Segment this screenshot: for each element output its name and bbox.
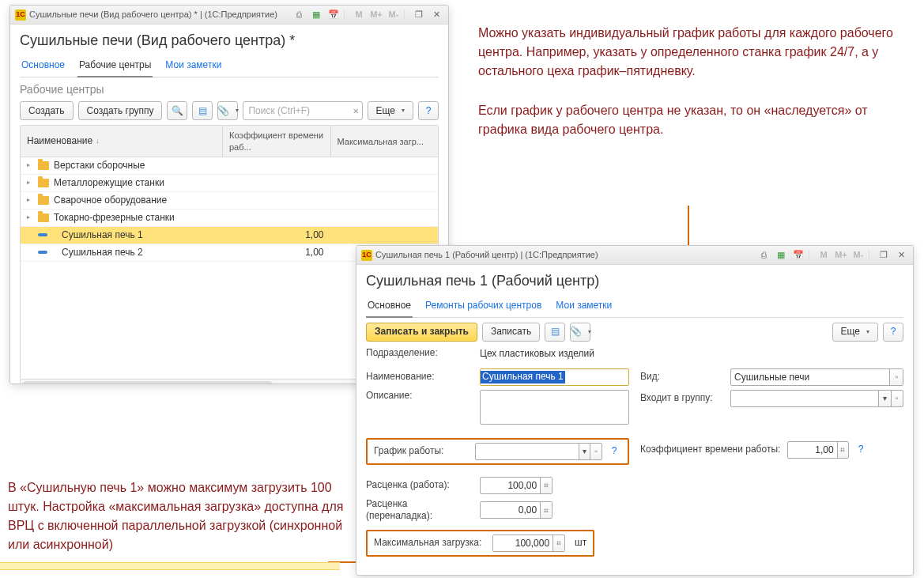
- row-rate-work: Расценка (работа): ⌗: [366, 477, 903, 494]
- tab-main[interactable]: Основное: [20, 56, 66, 77]
- row-coef: Коэффициент времени работы: ⌗ ?: [640, 441, 903, 459]
- separator: [869, 250, 873, 261]
- calendar-icon[interactable]: 📅: [791, 249, 805, 262]
- table-row[interactable]: ▸Токарно-фрезерные станки: [21, 210, 438, 227]
- grid-icon[interactable]: ▦: [774, 249, 788, 262]
- attach-icon[interactable]: 📎: [570, 323, 590, 342]
- field-group[interactable]: ▾ ▫: [730, 390, 903, 407]
- calculator-icon[interactable]: ⌗: [540, 502, 552, 518]
- open-icon[interactable]: ▫: [889, 369, 903, 385]
- row-name: Сварочное оборудование: [54, 195, 167, 207]
- table-row[interactable]: ▸Металлорежущие станки: [21, 175, 438, 192]
- window-title: Сушильные печи (Вид рабочего центра) * |…: [29, 9, 289, 20]
- row-coef: 1,00: [227, 247, 329, 259]
- form-toolbar: Записать и закрыть Записать ▤ 📎 Еще ?: [366, 323, 903, 342]
- row-name: Наименование: Сушильная печь 1: [366, 368, 629, 386]
- list-icon[interactable]: ▤: [192, 101, 213, 120]
- tab-centers[interactable]: Рабочие центры: [77, 56, 153, 78]
- field-desc[interactable]: [480, 390, 629, 425]
- clear-search-icon[interactable]: ✕: [353, 106, 359, 116]
- help-coef[interactable]: ?: [854, 441, 868, 459]
- titlebar[interactable]: 1C Сушильная печь 1 (Рабочий центр) | (1…: [356, 246, 913, 265]
- field-name[interactable]: Сушильная печь 1: [480, 368, 629, 386]
- table-row[interactable]: ▸Верстаки сборочные: [21, 157, 438, 175]
- scrollbar-thumb[interactable]: [22, 381, 273, 384]
- create-button[interactable]: Создать: [20, 101, 74, 120]
- titlebar[interactable]: 1C Сушильные печи (Вид рабочего центра) …: [10, 6, 448, 25]
- calculator-icon[interactable]: ⌗: [837, 442, 848, 458]
- table-row[interactable]: Сушильная печь 11,00: [21, 227, 438, 244]
- help-icon[interactable]: ?: [418, 101, 439, 120]
- col-coef[interactable]: Коэффициент времени раб...: [222, 126, 330, 157]
- print-icon[interactable]: ⎙: [292, 9, 306, 21]
- m-button[interactable]: M: [352, 9, 366, 21]
- folder-icon: [38, 161, 49, 170]
- restore-icon[interactable]: ❐: [877, 249, 891, 262]
- grid-icon[interactable]: ▦: [309, 9, 323, 21]
- find-icon[interactable]: 🔍: [167, 101, 187, 120]
- close-icon[interactable]: ✕: [894, 249, 908, 262]
- input-rate-work[interactable]: [481, 478, 540, 493]
- label-coef: Коэффициент времени работы:: [640, 444, 783, 456]
- input-rate-setup[interactable]: [481, 502, 540, 518]
- input-coef[interactable]: [788, 442, 837, 458]
- input-maxload[interactable]: [493, 535, 553, 551]
- highlight-maxload: Максимальная загрузка: ⌗ шт: [366, 530, 594, 557]
- tab-notes[interactable]: Мои заметки: [164, 56, 223, 77]
- attach-icon[interactable]: 📎: [217, 101, 238, 120]
- row-name: Верстаки сборочные: [54, 160, 145, 172]
- col-max[interactable]: Максимальная загр...: [330, 126, 439, 157]
- tab-notes[interactable]: Мои заметки: [554, 297, 613, 318]
- open-icon[interactable]: ▫: [590, 444, 602, 459]
- create-group-button[interactable]: Создать группу: [78, 101, 163, 120]
- print-icon[interactable]: ⎙: [756, 249, 771, 262]
- m-minus-button[interactable]: M-: [387, 9, 401, 21]
- folder-icon: [38, 213, 49, 222]
- expand-caret-icon[interactable]: ▸: [27, 196, 33, 204]
- tab-main[interactable]: Основное: [366, 297, 413, 319]
- m-minus-button[interactable]: M-: [851, 249, 866, 262]
- field-coef[interactable]: ⌗: [787, 441, 849, 459]
- m-button[interactable]: M: [817, 249, 831, 262]
- help-icon[interactable]: ?: [883, 323, 903, 342]
- field-type[interactable]: ▫: [730, 368, 903, 386]
- expand-caret-icon[interactable]: ▸: [27, 213, 33, 221]
- row-maxload: Максимальная загрузка: ⌗ шт: [374, 535, 586, 552]
- calculator-icon[interactable]: ⌗: [553, 535, 564, 551]
- expand-caret-icon[interactable]: ▸: [27, 161, 33, 169]
- more-button[interactable]: Еще: [368, 101, 413, 120]
- search-input[interactable]: Поиск (Ctrl+F) ✕: [243, 101, 362, 120]
- calendar-icon[interactable]: 📅: [326, 9, 341, 21]
- save-button[interactable]: Записать: [482, 323, 540, 342]
- field-rate-setup[interactable]: ⌗: [480, 501, 553, 519]
- restore-icon[interactable]: ❐: [412, 9, 426, 21]
- row-name: Сушильная печь 1: [62, 229, 143, 242]
- close-icon[interactable]: ✕: [429, 9, 443, 21]
- help-schedule[interactable]: ?: [607, 443, 621, 460]
- more-button[interactable]: Еще: [832, 323, 878, 342]
- input-type[interactable]: [731, 369, 889, 385]
- list-icon[interactable]: ▤: [545, 323, 565, 342]
- annotation-right: Можно указать индивидуальный график рабо…: [478, 24, 905, 160]
- annotation-right-1: Можно указать индивидуальный график рабо…: [478, 24, 905, 81]
- open-icon[interactable]: ▫: [891, 391, 903, 406]
- table-row[interactable]: ▸Сварочное оборудование: [21, 192, 438, 210]
- separator: [344, 9, 349, 21]
- row-desc: Описание:: [366, 390, 629, 425]
- calculator-icon[interactable]: ⌗: [540, 478, 552, 493]
- input-group[interactable]: [731, 391, 878, 406]
- page-title: Сушильная печь 1 (Рабочий центр): [366, 273, 903, 290]
- tab-repairs[interactable]: Ремонты рабочих центров: [424, 297, 543, 318]
- field-maxload[interactable]: ⌗: [492, 535, 565, 552]
- search-placeholder: Поиск (Ctrl+F): [248, 105, 310, 118]
- chevron-down-icon[interactable]: ▾: [579, 444, 590, 459]
- col-name[interactable]: Наименование↓: [21, 126, 222, 157]
- chevron-down-icon[interactable]: ▾: [878, 391, 890, 406]
- save-close-button[interactable]: Записать и закрыть: [366, 323, 477, 342]
- expand-caret-icon[interactable]: ▸: [27, 179, 33, 187]
- m-plus-button[interactable]: M+: [369, 9, 383, 21]
- field-rate-work[interactable]: ⌗: [480, 477, 553, 494]
- field-schedule[interactable]: ▾ ▫: [475, 443, 602, 460]
- m-plus-button[interactable]: M+: [834, 249, 848, 262]
- input-schedule[interactable]: [476, 444, 579, 459]
